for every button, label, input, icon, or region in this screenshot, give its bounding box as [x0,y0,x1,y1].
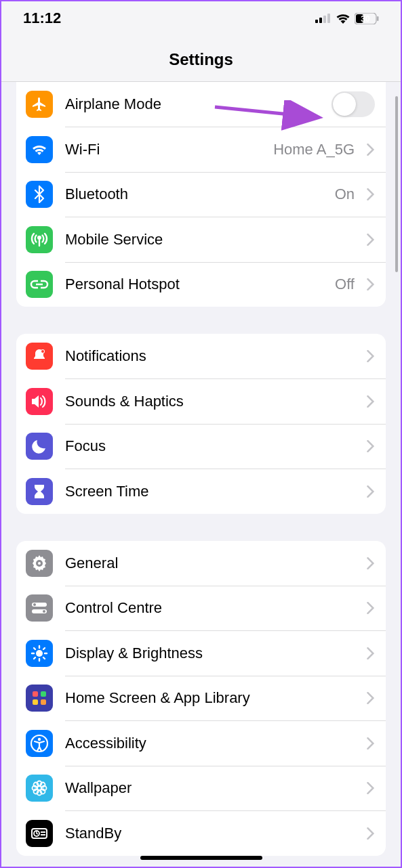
svg-point-10 [41,350,44,353]
accessibility-icon [26,730,53,757]
display-label: Display & Brightness [65,645,355,662]
airplane-label: Airplane Mode [65,95,319,113]
home-screen-label: Home Screen & App Library [65,689,355,707]
chevron-right-icon [367,234,375,246]
row-airplane-mode[interactable]: Airplane Mode [16,82,386,127]
control-centre-label: Control Centre [65,599,355,617]
row-sounds[interactable]: Sounds & Haptics [16,379,386,424]
clock-icon [26,820,53,847]
svg-line-21 [43,657,45,659]
chevron-right-icon [367,827,375,840]
row-standby[interactable]: StandBy [16,811,386,856]
antenna-icon [26,226,53,253]
row-mobile-service[interactable]: Mobile Service [16,217,386,262]
scroll-indicator [395,96,398,272]
row-wifi[interactable]: Wi-Fi Home A_5G [16,127,386,172]
chevron-right-icon [367,188,375,200]
settings-group-system: General Control Centre Display & Brightn… [16,541,386,856]
row-screen-time[interactable]: Screen Time [16,469,386,514]
general-label: General [65,555,355,572]
svg-point-29 [38,737,41,740]
page-title: Settings [1,50,401,69]
moon-icon [26,433,53,460]
flower-icon [26,775,53,802]
svg-point-8 [38,236,41,239]
chevron-right-icon [367,440,375,452]
svg-text:30: 30 [361,14,370,23]
status-time: 11:12 [23,9,61,27]
svg-rect-3 [327,14,330,23]
settings-group-connectivity: Airplane Mode Wi-Fi Home A_5G Bluetooth … [16,82,386,307]
svg-point-12 [33,603,36,606]
hourglass-icon [26,478,53,505]
switches-icon [26,594,53,622]
wifi-settings-icon [26,136,53,163]
svg-point-14 [43,610,45,613]
battery-icon: 30 [355,13,379,24]
svg-rect-0 [315,20,318,23]
svg-point-15 [36,650,43,657]
row-home-screen[interactable]: Home Screen & App Library [16,676,386,720]
accessibility-label: Accessibility [65,735,355,752]
row-focus[interactable]: Focus [16,424,386,469]
airplane-icon [26,91,53,118]
svg-rect-26 [33,699,38,705]
settings-group-alerts: Notifications Sounds & Haptics Focus Scr… [16,334,386,514]
svg-rect-1 [319,18,322,23]
row-personal-hotspot[interactable]: Personal Hotspot Off [16,262,386,307]
chevron-right-icon [367,737,375,750]
svg-rect-41 [41,831,45,833]
status-bar: 11:12 30 [1,1,401,31]
svg-line-23 [43,648,45,649]
row-wallpaper[interactable]: Wallpaper [16,766,386,810]
svg-rect-24 [33,691,38,697]
wifi-label: Wi-Fi [65,141,261,158]
page-header: Settings [1,31,401,82]
svg-rect-42 [41,834,45,836]
chevron-right-icon [367,602,375,614]
status-icons: 30 [315,13,379,24]
link-icon [26,271,53,298]
wifi-value: Home A_5G [273,141,355,158]
svg-rect-27 [41,699,46,705]
row-notifications[interactable]: Notifications [16,334,386,378]
notifications-label: Notifications [65,347,355,365]
chevron-right-icon [367,485,375,498]
svg-line-22 [34,657,35,659]
bluetooth-value: On [335,186,355,203]
bluetooth-label: Bluetooth [65,186,323,203]
chevron-right-icon [367,782,375,794]
sounds-label: Sounds & Haptics [65,393,355,410]
chevron-right-icon [367,278,375,290]
chevron-right-icon [367,144,375,156]
mobile-service-label: Mobile Service [65,231,355,248]
home-indicator[interactable] [140,856,262,860]
airplane-toggle[interactable] [331,91,375,117]
chevron-right-icon [367,692,375,704]
chevron-right-icon [367,647,375,659]
row-bluetooth[interactable]: Bluetooth On [16,172,386,217]
row-display-brightness[interactable]: Display & Brightness [16,631,386,676]
sun-icon [26,640,53,667]
wallpaper-label: Wallpaper [65,779,355,797]
chevron-right-icon [367,350,375,362]
svg-line-20 [34,648,35,649]
cellular-signal-icon [315,14,331,23]
svg-rect-25 [41,691,46,697]
bluetooth-icon [26,181,53,208]
speaker-icon [26,388,53,415]
chevron-right-icon [367,557,375,569]
standby-label: StandBy [65,825,355,842]
chevron-right-icon [367,395,375,408]
row-accessibility[interactable]: Accessibility [16,721,386,766]
screentime-label: Screen Time [65,483,355,500]
row-general[interactable]: General [16,541,386,586]
wifi-icon [336,13,350,24]
grid-icon [26,685,53,712]
settings-list: Airplane Mode Wi-Fi Home A_5G Bluetooth … [1,82,401,856]
row-control-centre[interactable]: Control Centre [16,586,386,630]
svg-rect-6 [377,16,379,21]
hotspot-value: Off [335,276,355,293]
hotspot-label: Personal Hotspot [65,276,323,293]
focus-label: Focus [65,437,355,455]
